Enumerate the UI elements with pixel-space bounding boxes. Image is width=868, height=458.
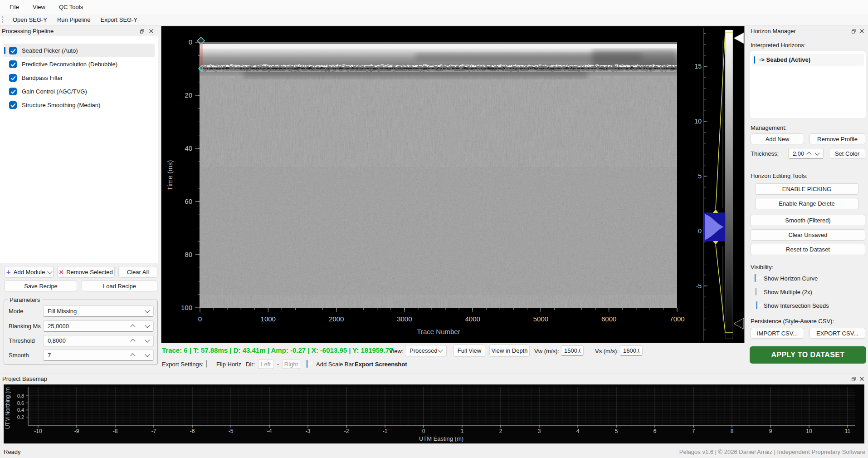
flip-horiz-checkbox[interactable] xyxy=(206,360,207,368)
chevron-down-icon[interactable] xyxy=(145,323,150,328)
view-in-depth-button[interactable]: View in Depth xyxy=(489,345,530,357)
float-panel-icon[interactable] xyxy=(850,375,857,382)
module-checkbox[interactable] xyxy=(9,60,17,68)
seismic-view-panel[interactable]: 020406080100 010002000300040005000600070… xyxy=(161,26,745,343)
svg-text:1000: 1000 xyxy=(261,315,276,323)
persistence-label: Persistence (Style-Aware CSV): xyxy=(751,318,834,325)
smooth-filtered-button[interactable]: Smooth (Filtered) xyxy=(751,215,865,226)
vw-input[interactable] xyxy=(561,345,584,356)
mode-combobox[interactable]: Fill Missing xyxy=(43,305,154,317)
module-checkbox[interactable] xyxy=(9,74,17,82)
svg-text:-10: -10 xyxy=(34,428,42,434)
pipeline-module-row[interactable]: Bandpass Filter xyxy=(4,71,155,84)
seismic-image[interactable] xyxy=(200,42,677,308)
svg-text:0.8: 0.8 xyxy=(17,393,24,399)
basemap-panel[interactable]: -10-9-8-7-6-5-4-3-2-1012345678910110.20.… xyxy=(4,384,864,443)
horizon-list-item[interactable]: -> Seabed (Active) xyxy=(752,54,864,66)
main-toolbar: Open SEG-Y Run Pipeline Export SEG-Y xyxy=(0,14,868,26)
view-value: Processed xyxy=(410,347,437,354)
export-screenshot-button[interactable]: Export Screenshot xyxy=(355,361,407,368)
pipeline-module-row[interactable]: Gain Control (AGC/TVG) xyxy=(4,84,155,98)
basemap-plot[interactable]: -10-9-8-7-6-5-4-3-2-1012345678910110.20.… xyxy=(4,384,864,443)
toolbar-drag-handle-icon[interactable] xyxy=(2,16,4,23)
close-panel-icon[interactable] xyxy=(148,28,155,34)
remove-profile-label: Remove Profile xyxy=(817,136,858,143)
import-csv-button[interactable]: IMPORT CSV... xyxy=(751,328,804,339)
chevron-down-icon[interactable] xyxy=(145,337,150,342)
lut-gradient-bar[interactable] xyxy=(725,30,733,339)
show-multiple-checkbox[interactable] xyxy=(756,288,756,295)
module-checkbox[interactable] xyxy=(9,47,17,54)
remove-profile-button[interactable]: Remove Profile xyxy=(809,133,865,144)
show-intersection-seeds-checkbox[interactable] xyxy=(756,301,757,309)
module-checkbox[interactable] xyxy=(9,101,17,109)
view-label: View: xyxy=(389,348,404,355)
threshold-value: 0,8000 xyxy=(48,337,66,344)
basemap-dock-titlebar: Project Basemap xyxy=(2,374,866,384)
status-bar: Ready Pelagos v1.6 | © 2026 Daniel Arrái… xyxy=(0,445,868,458)
chevron-up-icon[interactable] xyxy=(130,339,135,344)
add-new-button[interactable]: Add New xyxy=(751,133,804,144)
load-recipe-button[interactable]: Load Recipe xyxy=(82,281,157,291)
chevron-up-icon[interactable] xyxy=(130,353,135,358)
seismic-plot[interactable]: 020406080100 010002000300040005000600070… xyxy=(161,26,744,343)
smooth-spinbox[interactable]: 7 xyxy=(43,350,154,361)
dir-left-field: Left xyxy=(258,360,273,369)
status-message: Ready xyxy=(4,448,21,455)
float-panel-icon[interactable] xyxy=(138,28,145,34)
mode-label: Mode xyxy=(9,308,24,315)
enable-picking-button[interactable]: ENABLE PICKING xyxy=(755,183,858,195)
float-panel-icon[interactable] xyxy=(850,28,857,34)
blanking-spinbox[interactable]: 25,0000 xyxy=(43,320,154,332)
northing-axis-label: UTM Northing (m xyxy=(5,387,11,429)
set-color-label: Set Color xyxy=(835,150,859,157)
export-csv-button[interactable]: EXPORT CSV... xyxy=(809,328,865,339)
full-view-button[interactable]: Full View xyxy=(454,345,485,357)
svg-text:8: 8 xyxy=(731,428,734,434)
smooth-filtered-label: Smooth (Filtered) xyxy=(785,217,830,224)
visibility-label: Visibility: xyxy=(751,264,773,271)
pipeline-module-row[interactable]: Seabed Picker (Auto) xyxy=(4,44,155,57)
svg-text:10: 10 xyxy=(694,118,702,125)
export-segy-button[interactable]: Export SEG-Y xyxy=(96,15,143,25)
set-color-button[interactable]: Set Color xyxy=(829,148,865,159)
threshold-spinbox[interactable]: 0,8000 xyxy=(43,335,154,346)
chevron-down-icon[interactable] xyxy=(145,352,150,357)
save-recipe-button[interactable]: Save Recipe xyxy=(5,281,77,291)
reset-to-dataset-button[interactable]: Reset to Dataset xyxy=(751,244,865,255)
thickness-spinbox[interactable]: 2,00 xyxy=(788,148,824,159)
pipeline-module-row[interactable]: Structure Smoothing (Median) xyxy=(4,98,155,112)
vs-input[interactable] xyxy=(620,345,643,356)
clear-all-button[interactable]: Clear All xyxy=(118,266,157,278)
svg-text:4000: 4000 xyxy=(465,315,480,323)
enable-range-delete-button[interactable]: Enable Range Delete xyxy=(755,198,858,209)
remove-selected-label: Remove Selected xyxy=(66,269,113,276)
chevron-up-icon[interactable] xyxy=(806,152,811,157)
svg-text:3000: 3000 xyxy=(397,315,412,323)
management-label: Management: xyxy=(751,124,787,131)
close-panel-icon[interactable] xyxy=(858,28,865,34)
svg-text:5000: 5000 xyxy=(533,315,548,323)
clear-unsaved-button[interactable]: Clear Unsaved xyxy=(751,229,865,241)
add-scale-bar-checkbox[interactable] xyxy=(307,360,307,368)
menu-view[interactable]: View xyxy=(26,2,52,12)
apply-to-dataset-button[interactable]: APPLY TO DATASET xyxy=(750,346,866,364)
svg-text:-5: -5 xyxy=(696,282,702,290)
horizons-list[interactable]: -> Seabed (Active) xyxy=(750,51,866,119)
view-combobox[interactable]: Processed xyxy=(405,345,447,356)
add-module-button[interactable]: + Add Module xyxy=(5,266,54,278)
show-horizon-curve-checkbox[interactable] xyxy=(755,274,756,282)
chevron-up-icon[interactable] xyxy=(130,324,135,329)
pipeline-module-row[interactable]: Predictive Deconvolution (Debubble) xyxy=(4,57,155,71)
run-pipeline-button[interactable]: Run Pipeline xyxy=(52,15,96,25)
module-checkbox[interactable] xyxy=(9,88,17,95)
menu-file[interactable]: File xyxy=(3,2,26,12)
remove-selected-button[interactable]: × Remove Selected xyxy=(57,266,115,278)
open-segy-button[interactable]: Open SEG-Y xyxy=(8,15,52,25)
svg-text:40: 40 xyxy=(185,144,192,152)
svg-text:4: 4 xyxy=(576,428,580,434)
menu-qc-tools[interactable]: QC Tools xyxy=(52,2,90,12)
close-panel-icon[interactable] xyxy=(858,375,865,382)
pipeline-module-list[interactable]: Seabed Picker (Auto) Predictive Deconvol… xyxy=(0,36,158,263)
chevron-down-icon[interactable] xyxy=(814,150,819,155)
